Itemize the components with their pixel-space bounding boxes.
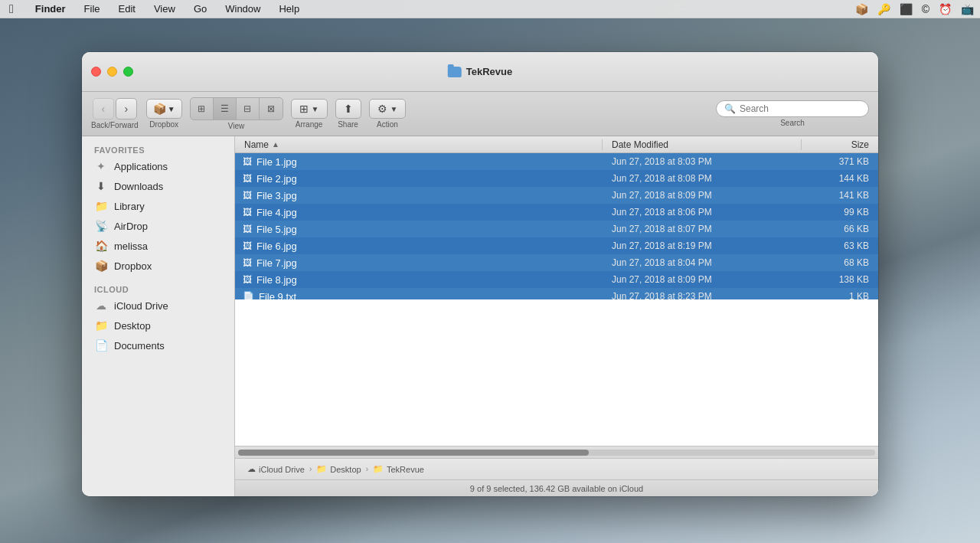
sidebar-item-library[interactable]: 📁 Library: [82, 196, 234, 216]
search-input[interactable]: [740, 103, 861, 114]
airplay-menubar-icon[interactable]: 📺: [961, 3, 974, 15]
sidebar-item-melissa[interactable]: 🏠 melissa: [82, 236, 234, 256]
back-button[interactable]: ‹: [93, 98, 114, 119]
action-button[interactable]: ⚙ ▼ Action: [369, 99, 407, 129]
window-menu[interactable]: Window: [222, 3, 263, 15]
finder-window: TekRevue ‹ › Back/Forward 📦 ▼ Dropbox ⊞ …: [82, 52, 878, 496]
desktop-breadcrumb-icon: 📁: [316, 464, 327, 474]
file-list-area: Name ▲ Date Modified Size 🖼 File 1.jpg J…: [235, 136, 878, 496]
minimize-button[interactable]: [107, 67, 117, 77]
breadcrumb-tekrevue[interactable]: 📁 TekRevue: [373, 464, 424, 474]
file-empty-area: [235, 299, 878, 446]
crashplan-menubar-icon[interactable]: ⬛: [900, 3, 913, 15]
table-row[interactable]: 📄 File 9.txt Jun 27, 2018 at 8:23 PM 1 K…: [235, 288, 878, 299]
sidebar-item-airdrop[interactable]: 📡 AirDrop: [82, 216, 234, 236]
cover-flow-button[interactable]: ⊠: [260, 98, 283, 119]
file-type-icon: 🖼: [243, 173, 252, 184]
file-name-cell: 🖼 File 7.jpg: [235, 257, 603, 269]
file-date-cell: Jun 27, 2018 at 8:04 PM: [603, 257, 802, 268]
close-button[interactable]: [91, 67, 101, 77]
share-button[interactable]: ⬆ Share: [335, 99, 361, 129]
status-text: 9 of 9 selected, 136.42 GB available on …: [470, 484, 643, 493]
folder-icon: [448, 67, 462, 77]
table-row[interactable]: 🖼 File 2.jpg Jun 27, 2018 at 8:08 PM 144…: [235, 170, 878, 187]
sidebar-item-documents[interactable]: 📄 Documents: [82, 335, 234, 355]
file-size-cell: 63 KB: [802, 240, 878, 251]
file-date-cell: Jun 27, 2018 at 8:09 PM: [603, 190, 802, 201]
file-name-cell: 🖼 File 3.jpg: [235, 190, 603, 201]
file-date-cell: Jun 27, 2018 at 8:08 PM: [603, 173, 802, 184]
apple-menu[interactable]: : [6, 2, 17, 16]
icloud-breadcrumb-icon: ☁: [247, 464, 256, 474]
titlebar: TekRevue: [82, 52, 878, 92]
breadcrumb-desktop[interactable]: 📁 Desktop: [316, 464, 361, 474]
dropbox-menubar-icon[interactable]: 📦: [855, 3, 868, 15]
icloud-drive-icon: ☁: [94, 299, 108, 312]
file-list-header: Name ▲ Date Modified Size: [235, 136, 878, 153]
size-column-header[interactable]: Size: [802, 139, 878, 150]
back-forward-label: Back/Forward: [91, 121, 139, 129]
dropbox-toolbar-button[interactable]: 📦 ▼ Dropbox: [146, 99, 182, 129]
file-date-cell: Jun 27, 2018 at 8:03 PM: [603, 156, 802, 167]
scrollbar-track[interactable]: [238, 450, 875, 456]
sidebar-item-applications[interactable]: ✦ Applications: [82, 156, 234, 176]
table-row[interactable]: 🖼 File 1.jpg Jun 27, 2018 at 8:03 PM 371…: [235, 153, 878, 170]
documents-icon: 📄: [94, 339, 108, 352]
downloads-icon: ⬇: [94, 179, 108, 193]
file-name-cell: 🖼 File 2.jpg: [235, 173, 603, 185]
view-group: ⊞ ☰ ⊟ ⊠ View: [190, 97, 283, 130]
file-size-cell: 99 KB: [802, 207, 878, 218]
sidebar-library-label: Library: [114, 201, 145, 212]
table-row[interactable]: 🖼 File 7.jpg Jun 27, 2018 at 8:04 PM 68 …: [235, 254, 878, 271]
file-rows: 🖼 File 1.jpg Jun 27, 2018 at 8:03 PM 371…: [235, 153, 878, 299]
arrange-button[interactable]: ⊞ ▼ Arrange: [291, 99, 328, 129]
1password-menubar-icon[interactable]: 🔑: [877, 3, 890, 15]
view-label: View: [228, 122, 245, 130]
date-column-header[interactable]: Date Modified: [603, 139, 802, 150]
breadcrumb-icloud[interactable]: ☁ iCloud Drive: [247, 464, 305, 474]
icon-view-button[interactable]: ⊞: [191, 98, 214, 119]
table-row[interactable]: 🖼 File 4.jpg Jun 27, 2018 at 8:06 PM 99 …: [235, 204, 878, 221]
library-icon: 📁: [94, 199, 108, 213]
table-row[interactable]: 🖼 File 6.jpg Jun 27, 2018 at 8:19 PM 63 …: [235, 237, 878, 254]
breadcrumb-sep-2: ›: [366, 465, 368, 473]
file-size-cell: 371 KB: [802, 156, 878, 167]
file-type-icon: 🖼: [243, 224, 252, 234]
sidebar-item-desktop[interactable]: 📁 Desktop: [82, 316, 234, 335]
list-view-button[interactable]: ☰: [214, 98, 237, 119]
sidebar-item-dropbox[interactable]: 📦 Dropbox: [82, 256, 234, 276]
name-column-header[interactable]: Name ▲: [235, 139, 603, 150]
sidebar-applications-label: Applications: [114, 161, 168, 172]
table-row[interactable]: 🖼 File 5.jpg Jun 27, 2018 at 8:07 PM 66 …: [235, 221, 878, 237]
table-row[interactable]: 🖼 File 8.jpg Jun 27, 2018 at 8:09 PM 138…: [235, 271, 878, 288]
time-machine-menubar-icon[interactable]: ⏰: [939, 3, 952, 15]
scrollbar-thumb[interactable]: [238, 450, 589, 456]
forward-button[interactable]: ›: [116, 98, 137, 119]
sidebar: Favorites ✦ Applications ⬇ Downloads 📁 L…: [82, 136, 235, 496]
file-name: File 4.jpg: [256, 207, 297, 218]
sidebar-item-downloads[interactable]: ⬇ Downloads: [82, 176, 234, 196]
file-name: File 3.jpg: [256, 190, 297, 201]
finder-menu[interactable]: Finder: [32, 3, 69, 15]
sidebar-item-icloud-drive[interactable]: ☁ iCloud Drive: [82, 296, 234, 316]
file-name: File 1.jpg: [256, 156, 297, 168]
table-row[interactable]: 🖼 File 3.jpg Jun 27, 2018 at 8:09 PM 141…: [235, 187, 878, 204]
dropbox-toolbar-label: Dropbox: [149, 120, 178, 129]
help-menu[interactable]: Help: [276, 3, 302, 15]
scrollbar-area: [235, 446, 878, 458]
file-menu[interactable]: File: [81, 3, 103, 15]
edit-menu[interactable]: Edit: [116, 3, 139, 15]
icloud-header: iCloud: [82, 282, 234, 296]
carbon-copy-menubar-icon[interactable]: ©: [922, 3, 929, 15]
column-view-button[interactable]: ⊟: [237, 98, 260, 119]
maximize-button[interactable]: [123, 67, 133, 77]
go-menu[interactable]: Go: [191, 3, 210, 15]
file-name: File 5.jpg: [256, 224, 297, 235]
file-name-cell: 🖼 File 4.jpg: [235, 207, 603, 218]
file-type-icon: 🖼: [243, 190, 252, 201]
search-icon: 🔍: [724, 103, 736, 114]
file-name-cell: 🖼 File 1.jpg: [235, 156, 603, 168]
view-menu[interactable]: View: [151, 3, 178, 15]
file-date-cell: Jun 27, 2018 at 8:09 PM: [603, 274, 802, 285]
sort-indicator: ▲: [272, 140, 279, 149]
